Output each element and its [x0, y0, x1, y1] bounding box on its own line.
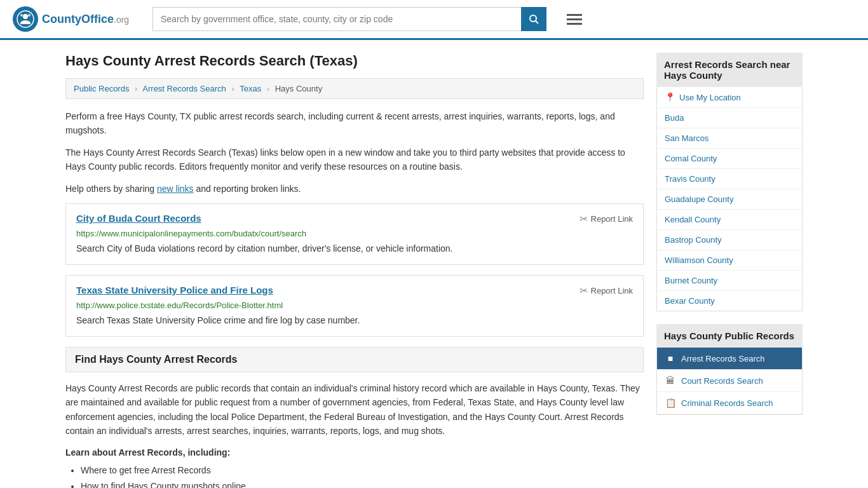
link-url-1[interactable]: https://www.municipalonlinepayments.com/…	[76, 229, 633, 238]
report-link-label-1: Report Link	[591, 214, 633, 224]
intro-p3-pre: Help others by sharing	[65, 184, 157, 194]
breadcrumb-arrest-records[interactable]: Arrest Records Search	[142, 84, 226, 93]
svg-point-6	[530, 15, 536, 22]
sidebar-nearby-san-marcos[interactable]: San Marcos	[657, 128, 802, 149]
link-url-2[interactable]: http://www.police.txstate.edu/Records/Po…	[76, 301, 633, 310]
main-container: Hays County Arrest Records Search (Texas…	[53, 40, 815, 488]
sidebar-criminal-records-link[interactable]: 📋 Criminal Records Search	[657, 392, 802, 414]
breadcrumb-public-records[interactable]: Public Records	[74, 84, 129, 93]
intro-paragraph-2: The Hays County Arrest Records Search (T…	[65, 146, 644, 174]
search-icon	[529, 14, 539, 24]
intro-paragraph-3: Help others by sharing new links and rep…	[65, 182, 644, 196]
report-link-button-1[interactable]: ✂ Report Link	[580, 213, 633, 225]
link-card-title-2[interactable]: Texas State University Police and Fire L…	[76, 285, 273, 295]
search-button[interactable]	[521, 7, 546, 31]
sidebar-nearby-bexar[interactable]: Bexar County	[657, 291, 802, 311]
sidebar-public-records-links: ■ Arrest Records Search 🏛 Court Records …	[656, 348, 803, 415]
link-card-buda: City of Buda Court Records ✂ Report Link…	[65, 203, 644, 265]
menu-line-1	[567, 14, 582, 16]
court-records-label: Court Records Search	[681, 376, 763, 386]
use-my-location-link[interactable]: 📍 Use My Location	[657, 87, 802, 108]
logo-area: CountyOffice.org	[13, 6, 140, 32]
criminal-icon: 📋	[665, 398, 676, 408]
content-area: Hays County Arrest Records Search (Texas…	[65, 53, 644, 488]
sidebar-nearby-title: Arrest Records Search near Hays County	[656, 53, 803, 87]
sidebar-nearby-bastrop[interactable]: Bastrop County	[657, 230, 802, 250]
sidebar-nearby-comal[interactable]: Comal County	[657, 149, 802, 169]
sidebar-nearby-section: Arrest Records Search near Hays County 📍…	[656, 53, 803, 311]
svg-point-2	[20, 14, 23, 17]
sidebar-arrest-records-link[interactable]: ■ Arrest Records Search	[657, 348, 802, 370]
report-link-button-2[interactable]: ✂ Report Link	[580, 285, 633, 297]
sidebar-nearby-links: 📍 Use My Location Buda San Marcos Comal …	[656, 87, 803, 311]
sidebar-nearby-williamson[interactable]: Williamson County	[657, 250, 802, 271]
arrest-icon: ■	[665, 353, 676, 363]
link-card-title-1[interactable]: City of Buda Court Records	[76, 213, 201, 224]
report-icon-2: ✂	[580, 285, 588, 297]
bullet-item-1: Where to get free Arrest Records	[81, 463, 644, 478]
menu-line-3	[567, 23, 582, 25]
sidebar-court-records-link[interactable]: 🏛 Court Records Search	[657, 370, 802, 392]
use-my-location-label: Use My Location	[679, 93, 741, 102]
new-links-link[interactable]: new links	[157, 184, 194, 194]
report-icon-1: ✂	[580, 213, 588, 225]
bullet-list: Where to get free Arrest Records How to …	[65, 463, 644, 488]
link-desc-1: Search City of Buda violations record by…	[76, 242, 633, 255]
link-card-txstate: Texas State University Police and Fire L…	[65, 275, 644, 337]
sidebar-nearby-buda[interactable]: Buda	[657, 108, 802, 128]
learn-header: Learn about Arrest Records, including:	[65, 447, 644, 458]
report-link-label-2: Report Link	[591, 286, 633, 295]
hamburger-menu-button[interactable]	[564, 11, 585, 27]
logo-text: CountyOffice.org	[42, 13, 129, 26]
find-section-header: Find Hays County Arrest Records	[65, 347, 644, 372]
search-area	[153, 7, 546, 31]
link-card-header-2: Texas State University Police and Fire L…	[76, 285, 633, 297]
svg-point-1	[23, 14, 28, 19]
intro-p3-post: and reporting broken links.	[194, 184, 301, 194]
link-card-header-1: City of Buda Court Records ✂ Report Link	[76, 213, 633, 225]
svg-point-5	[28, 22, 31, 24]
svg-line-7	[536, 21, 538, 24]
sidebar-nearby-kendall[interactable]: Kendall County	[657, 210, 802, 230]
breadcrumb-hays-county: Hays County	[275, 84, 322, 93]
breadcrumb-texas[interactable]: Texas	[240, 84, 261, 93]
criminal-records-label: Criminal Records Search	[681, 398, 773, 408]
sidebar-public-records-section: Hays County Public Records ■ Arrest Reco…	[656, 324, 803, 415]
breadcrumb: Public Records › Arrest Records Search ›…	[65, 78, 644, 99]
court-icon: 🏛	[665, 376, 676, 386]
arrest-records-label: Arrest Records Search	[681, 354, 765, 363]
page-title: Hays County Arrest Records Search (Texas…	[65, 53, 644, 69]
search-input[interactable]	[153, 7, 521, 31]
sidebar-nearby-burnet[interactable]: Burnet County	[657, 271, 802, 291]
logo-svg	[17, 10, 34, 28]
logo-icon	[13, 6, 38, 32]
link-desc-2: Search Texas State University Police cri…	[76, 314, 633, 327]
sidebar-public-records-title: Hays County Public Records	[656, 324, 803, 348]
svg-point-3	[28, 14, 31, 17]
header: CountyOffice.org	[0, 0, 868, 40]
sidebar-nearby-guadalupe[interactable]: Guadalupe County	[657, 189, 802, 210]
sidebar: Arrest Records Search near Hays County 📍…	[656, 53, 803, 488]
intro-paragraph-1: Perform a free Hays County, TX public ar…	[65, 109, 644, 138]
svg-point-4	[20, 22, 23, 24]
bullet-item-2: How to find Hays County mugshots online	[81, 478, 644, 488]
location-pin-icon: 📍	[665, 92, 675, 102]
menu-line-2	[567, 18, 582, 20]
sidebar-nearby-travis[interactable]: Travis County	[657, 169, 802, 189]
find-section-body: Hays County Arrest Records are public re…	[65, 381, 644, 438]
